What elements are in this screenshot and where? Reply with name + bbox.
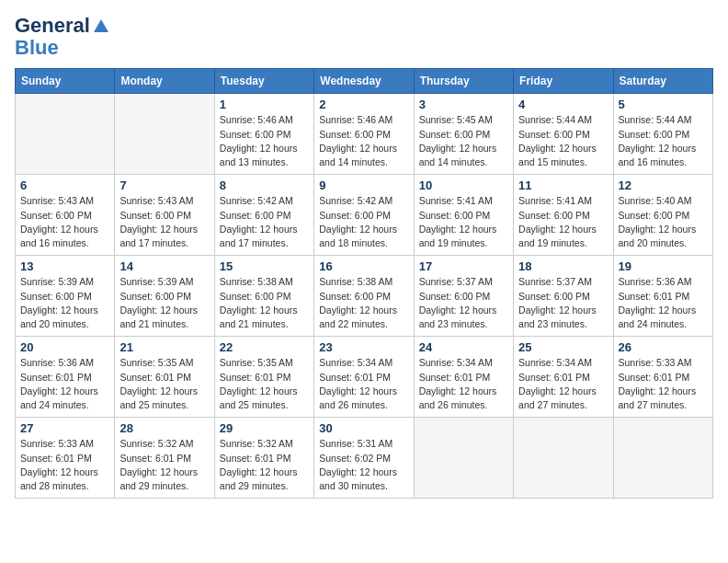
day-number: 22 <box>220 340 309 354</box>
day-info: Sunrise: 5:43 AM Sunset: 6:00 PM Dayligh… <box>20 194 109 250</box>
day-info: Sunrise: 5:37 AM Sunset: 6:00 PM Dayligh… <box>419 275 508 331</box>
day-number: 6 <box>20 178 109 192</box>
calendar-cell: 24Sunrise: 5:34 AM Sunset: 6:01 PM Dayli… <box>414 337 513 418</box>
calendar-cell: 19Sunrise: 5:36 AM Sunset: 6:01 PM Dayli… <box>613 256 712 337</box>
calendar-cell: 29Sunrise: 5:32 AM Sunset: 6:01 PM Dayli… <box>214 418 313 499</box>
calendar-cell: 6Sunrise: 5:43 AM Sunset: 6:00 PM Daylig… <box>16 175 115 256</box>
calendar-cell: 8Sunrise: 5:42 AM Sunset: 6:00 PM Daylig… <box>214 175 313 256</box>
day-info: Sunrise: 5:41 AM Sunset: 6:00 PM Dayligh… <box>518 194 608 250</box>
calendar-cell: 5Sunrise: 5:44 AM Sunset: 6:00 PM Daylig… <box>613 94 712 175</box>
day-info: Sunrise: 5:46 AM Sunset: 6:00 PM Dayligh… <box>319 113 408 169</box>
weekday-header-tuesday: Tuesday <box>214 69 313 94</box>
calendar-cell: 28Sunrise: 5:32 AM Sunset: 6:01 PM Dayli… <box>115 418 214 499</box>
day-number: 3 <box>419 98 508 111</box>
day-number: 16 <box>319 259 408 273</box>
day-info: Sunrise: 5:38 AM Sunset: 6:00 PM Dayligh… <box>220 275 309 331</box>
day-number: 30 <box>319 421 408 435</box>
calendar-cell <box>613 418 712 499</box>
calendar-cell: 3Sunrise: 5:45 AM Sunset: 6:00 PM Daylig… <box>414 94 513 175</box>
day-number: 15 <box>220 259 309 273</box>
day-number: 18 <box>518 259 608 273</box>
calendar-cell: 27Sunrise: 5:33 AM Sunset: 6:01 PM Dayli… <box>16 418 115 499</box>
day-number: 1 <box>220 98 309 111</box>
day-info: Sunrise: 5:42 AM Sunset: 6:00 PM Dayligh… <box>220 194 309 250</box>
day-info: Sunrise: 5:38 AM Sunset: 6:00 PM Dayligh… <box>319 275 408 331</box>
day-info: Sunrise: 5:44 AM Sunset: 6:00 PM Dayligh… <box>518 113 608 169</box>
calendar-cell: 22Sunrise: 5:35 AM Sunset: 6:01 PM Dayli… <box>214 337 313 418</box>
day-number: 2 <box>319 98 408 111</box>
day-number: 17 <box>419 259 508 273</box>
day-info: Sunrise: 5:40 AM Sunset: 6:00 PM Dayligh… <box>619 194 708 250</box>
day-number: 24 <box>419 340 508 354</box>
day-info: Sunrise: 5:45 AM Sunset: 6:00 PM Dayligh… <box>419 113 508 169</box>
logo-blue: Blue <box>15 37 59 59</box>
day-info: Sunrise: 5:41 AM Sunset: 6:00 PM Dayligh… <box>419 194 508 250</box>
weekday-header-thursday: Thursday <box>414 69 513 94</box>
day-info: Sunrise: 5:44 AM Sunset: 6:00 PM Dayligh… <box>619 113 708 169</box>
calendar-cell: 12Sunrise: 5:40 AM Sunset: 6:00 PM Dayli… <box>613 175 712 256</box>
calendar-cell: 17Sunrise: 5:37 AM Sunset: 6:00 PM Dayli… <box>414 256 513 337</box>
day-number: 4 <box>518 98 608 111</box>
calendar-cell: 13Sunrise: 5:39 AM Sunset: 6:00 PM Dayli… <box>16 256 115 337</box>
day-info: Sunrise: 5:34 AM Sunset: 6:01 PM Dayligh… <box>518 356 608 412</box>
day-info: Sunrise: 5:34 AM Sunset: 6:01 PM Dayligh… <box>419 356 508 412</box>
calendar-cell: 14Sunrise: 5:39 AM Sunset: 6:00 PM Dayli… <box>115 256 214 337</box>
day-info: Sunrise: 5:36 AM Sunset: 6:01 PM Dayligh… <box>20 356 109 412</box>
day-number: 25 <box>518 340 608 354</box>
day-number: 20 <box>20 340 109 354</box>
calendar-cell: 9Sunrise: 5:42 AM Sunset: 6:00 PM Daylig… <box>314 175 414 256</box>
weekday-header-monday: Monday <box>115 69 214 94</box>
calendar-cell: 25Sunrise: 5:34 AM Sunset: 6:01 PM Dayli… <box>514 337 613 418</box>
calendar-week-2: 6Sunrise: 5:43 AM Sunset: 6:00 PM Daylig… <box>16 175 713 256</box>
calendar-cell: 26Sunrise: 5:33 AM Sunset: 6:01 PM Dayli… <box>613 337 712 418</box>
day-info: Sunrise: 5:42 AM Sunset: 6:00 PM Dayligh… <box>319 194 408 250</box>
weekday-header-friday: Friday <box>514 69 613 94</box>
day-info: Sunrise: 5:43 AM Sunset: 6:00 PM Dayligh… <box>119 194 209 250</box>
day-number: 9 <box>319 178 408 192</box>
calendar-cell <box>115 94 214 175</box>
day-number: 27 <box>20 421 109 435</box>
weekday-header-row: SundayMondayTuesdayWednesdayThursdayFrid… <box>16 69 713 94</box>
calendar-cell: 30Sunrise: 5:31 AM Sunset: 6:02 PM Dayli… <box>314 418 414 499</box>
day-number: 11 <box>518 178 608 192</box>
calendar-cell: 2Sunrise: 5:46 AM Sunset: 6:00 PM Daylig… <box>314 94 414 175</box>
day-number: 13 <box>20 259 109 273</box>
day-info: Sunrise: 5:39 AM Sunset: 6:00 PM Dayligh… <box>119 275 209 331</box>
day-info: Sunrise: 5:35 AM Sunset: 6:01 PM Dayligh… <box>119 356 209 412</box>
calendar-cell: 10Sunrise: 5:41 AM Sunset: 6:00 PM Dayli… <box>414 175 513 256</box>
day-number: 5 <box>619 98 708 111</box>
calendar-cell: 20Sunrise: 5:36 AM Sunset: 6:01 PM Dayli… <box>16 337 115 418</box>
calendar-week-3: 13Sunrise: 5:39 AM Sunset: 6:00 PM Dayli… <box>16 256 713 337</box>
day-number: 29 <box>220 421 309 435</box>
day-info: Sunrise: 5:34 AM Sunset: 6:01 PM Dayligh… <box>319 356 408 412</box>
day-info: Sunrise: 5:31 AM Sunset: 6:02 PM Dayligh… <box>319 437 408 493</box>
calendar-cell: 21Sunrise: 5:35 AM Sunset: 6:01 PM Dayli… <box>115 337 214 418</box>
day-number: 26 <box>619 340 708 354</box>
logo-general: General <box>15 15 90 37</box>
weekday-header-sunday: Sunday <box>16 69 115 94</box>
calendar-cell: 23Sunrise: 5:34 AM Sunset: 6:01 PM Dayli… <box>314 337 414 418</box>
day-info: Sunrise: 5:37 AM Sunset: 6:00 PM Dayligh… <box>518 275 608 331</box>
day-info: Sunrise: 5:46 AM Sunset: 6:00 PM Dayligh… <box>220 113 309 169</box>
day-number: 8 <box>220 178 309 192</box>
day-info: Sunrise: 5:35 AM Sunset: 6:01 PM Dayligh… <box>220 356 309 412</box>
calendar-cell <box>514 418 613 499</box>
day-info: Sunrise: 5:32 AM Sunset: 6:01 PM Dayligh… <box>119 437 209 493</box>
page-header: General Blue <box>15 15 713 59</box>
day-number: 14 <box>119 259 209 273</box>
calendar-cell: 4Sunrise: 5:44 AM Sunset: 6:00 PM Daylig… <box>514 94 613 175</box>
weekday-header-saturday: Saturday <box>613 69 712 94</box>
day-info: Sunrise: 5:33 AM Sunset: 6:01 PM Dayligh… <box>619 356 708 412</box>
day-number: 10 <box>419 178 508 192</box>
day-number: 12 <box>619 178 708 192</box>
calendar-cell: 15Sunrise: 5:38 AM Sunset: 6:00 PM Dayli… <box>214 256 313 337</box>
day-number: 19 <box>619 259 708 273</box>
calendar-cell <box>16 94 115 175</box>
day-number: 28 <box>119 421 209 435</box>
day-info: Sunrise: 5:36 AM Sunset: 6:01 PM Dayligh… <box>619 275 708 331</box>
calendar-cell: 11Sunrise: 5:41 AM Sunset: 6:00 PM Dayli… <box>514 175 613 256</box>
day-info: Sunrise: 5:33 AM Sunset: 6:01 PM Dayligh… <box>20 437 109 493</box>
calendar-cell: 1Sunrise: 5:46 AM Sunset: 6:00 PM Daylig… <box>214 94 313 175</box>
day-info: Sunrise: 5:32 AM Sunset: 6:01 PM Dayligh… <box>220 437 309 493</box>
calendar-week-4: 20Sunrise: 5:36 AM Sunset: 6:01 PM Dayli… <box>16 337 713 418</box>
